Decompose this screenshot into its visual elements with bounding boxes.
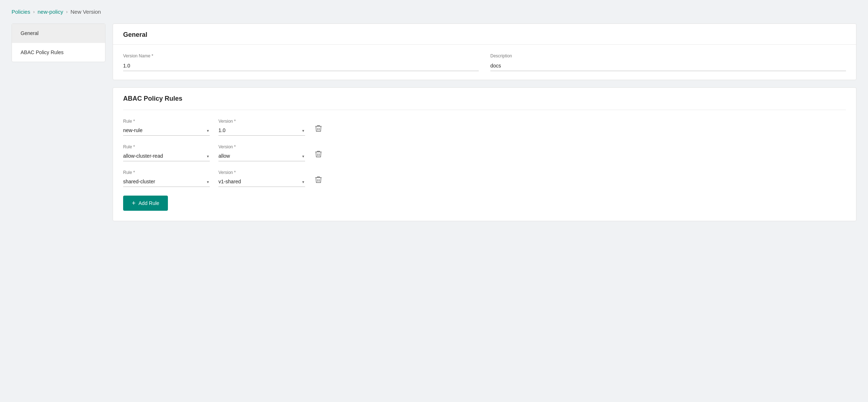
rule-name-field-1: Rule * allow-cluster-read ▾: [123, 144, 210, 161]
breadcrumb-sep-1: ›: [33, 9, 35, 14]
description-label: Description: [490, 53, 846, 58]
version-label-2: Version *: [218, 170, 305, 175]
rule-label-2: Rule *: [123, 170, 210, 175]
rule-version-field-2: Version * v1-shared ▾: [218, 170, 305, 187]
rule-select-wrapper-2: shared-cluster ▾: [123, 177, 210, 187]
add-rule-button[interactable]: + Add Rule: [123, 196, 168, 211]
rule-name-field-0: Rule * new-rule ▾: [123, 119, 210, 136]
version-name-field: Version Name *: [123, 53, 479, 71]
rule-row-0: Rule * new-rule ▾ Version *: [123, 119, 846, 136]
version-select-2[interactable]: v1-shared: [218, 177, 305, 187]
delete-button-0[interactable]: [314, 123, 323, 134]
abac-rules-section: ABAC Policy Rules Rule * new-rule ▾: [113, 88, 856, 221]
rule-row-2: Rule * shared-cluster ▾ Version *: [123, 170, 846, 187]
version-select-0[interactable]: 1.0: [218, 126, 305, 135]
rule-name-field-2: Rule * shared-cluster ▾: [123, 170, 210, 187]
version-label-0: Version *: [218, 119, 305, 124]
version-select-wrapper-2: v1-shared ▾: [218, 177, 305, 187]
description-input[interactable]: [490, 61, 846, 71]
abac-card: ABAC Policy Rules Rule * new-rule ▾: [113, 87, 856, 221]
general-card-body: Version Name * Description: [113, 45, 856, 80]
general-form-row: Version Name * Description: [123, 53, 846, 71]
rule-select-2[interactable]: shared-cluster: [123, 177, 210, 187]
abac-divider: [123, 110, 846, 110]
rule-select-wrapper-0: new-rule ▾: [123, 126, 210, 136]
delete-button-2[interactable]: [314, 175, 323, 185]
trash-icon-2: [315, 176, 322, 183]
rule-select-1[interactable]: allow-cluster-read: [123, 152, 210, 161]
rule-select-0[interactable]: new-rule: [123, 126, 210, 135]
sidebar: General ABAC Policy Rules: [12, 23, 105, 62]
general-title: General: [123, 31, 846, 39]
breadcrumb-policy[interactable]: new-policy: [38, 9, 63, 15]
breadcrumb: Policies › new-policy › New Version: [12, 9, 856, 15]
add-rule-plus-icon: +: [132, 200, 136, 206]
rule-label-0: Rule *: [123, 119, 210, 124]
abac-title: ABAC Policy Rules: [123, 95, 846, 102]
version-select-wrapper-0: 1.0 ▾: [218, 126, 305, 136]
version-label-1: Version *: [218, 144, 305, 149]
breadcrumb-current: New Version: [70, 9, 101, 15]
sidebar-item-abac-policy-rules[interactable]: ABAC Policy Rules: [12, 43, 105, 62]
general-card-header: General: [113, 24, 856, 45]
add-rule-label: Add Rule: [139, 200, 160, 206]
trash-icon-0: [315, 125, 322, 132]
general-card: General Version Name * Description: [113, 23, 856, 80]
content-area: General Version Name * Description: [113, 23, 856, 221]
breadcrumb-sep-2: ›: [66, 9, 68, 14]
sidebar-item-general[interactable]: General: [12, 24, 105, 43]
description-field: Description: [490, 53, 846, 71]
breadcrumb-policies[interactable]: Policies: [12, 9, 30, 15]
version-name-label: Version Name *: [123, 53, 479, 58]
version-name-input[interactable]: [123, 61, 479, 71]
rule-version-field-1: Version * allow ▾: [218, 144, 305, 161]
page-container: Policies › new-policy › New Version Gene…: [0, 0, 868, 402]
rule-select-wrapper-1: allow-cluster-read ▾: [123, 152, 210, 161]
main-layout: General ABAC Policy Rules General Versio…: [12, 23, 856, 221]
version-select-wrapper-1: allow ▾: [218, 152, 305, 161]
trash-icon-1: [315, 150, 322, 158]
rule-row-1: Rule * allow-cluster-read ▾ Version *: [123, 144, 846, 161]
delete-button-1[interactable]: [314, 149, 323, 159]
rule-label-1: Rule *: [123, 144, 210, 149]
version-select-1[interactable]: allow: [218, 152, 305, 161]
rule-version-field-0: Version * 1.0 ▾: [218, 119, 305, 136]
